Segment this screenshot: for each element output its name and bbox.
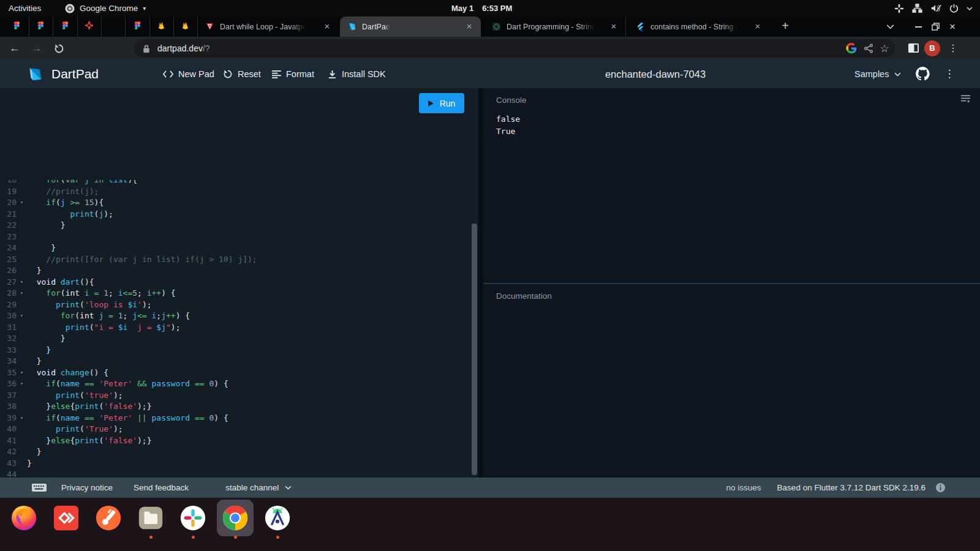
caret-down-icon[interactable] — [967, 7, 973, 10]
dock-app-postman[interactable] — [94, 503, 123, 538]
screen: Activities Google Chrome May 1 6:53 PM D… — [0, 0, 980, 551]
new-tab-button[interactable] — [777, 18, 794, 35]
greenapp-favicon-icon — [492, 22, 501, 31]
privacy-notice-link[interactable]: Privacy notice — [61, 483, 113, 492]
code-text: for(int i = 1; i<=5; i++) { — [27, 288, 176, 299]
tab-search-chevron-icon[interactable] — [882, 17, 898, 37]
pinned-tab-figma[interactable] — [53, 17, 78, 37]
code-line-18: 18 for(var j in list){ — [0, 180, 472, 186]
app-menu-button[interactable]: Google Chrome — [65, 0, 146, 17]
forward-button[interactable] — [29, 41, 44, 56]
tab-dartpad[interactable]: DartPad — [340, 17, 481, 37]
dartpad-title: DartPad — [51, 60, 99, 88]
window-close-button[interactable] — [944, 17, 960, 37]
install-sdk-button[interactable]: Install SDK — [328, 60, 386, 88]
devapp-icon — [52, 504, 80, 532]
chevron-down-icon — [894, 72, 901, 77]
code-line-28: 28▾ for(int i = 1; i<=5; i++) { — [0, 288, 472, 299]
tab-greenapp[interactable]: Dart Programming - String — [484, 17, 626, 37]
download-icon — [328, 70, 337, 79]
pinned-tab-firebase[interactable] — [173, 17, 198, 37]
code-line-34: 34 } — [0, 356, 472, 367]
code-text: } — [27, 242, 56, 254]
browser-menu-icon[interactable] — [946, 41, 960, 56]
audio-muted-icon[interactable] — [930, 4, 941, 13]
restore-button[interactable] — [927, 17, 943, 37]
minimize-button[interactable] — [910, 17, 926, 37]
reset-button[interactable]: Reset — [223, 60, 261, 88]
figma-icon — [61, 21, 70, 32]
code-text: } — [27, 458, 32, 470]
code-line-25: 25 //print([for (var j in list) if(j > 1… — [0, 254, 472, 266]
tab-close-icon[interactable] — [464, 21, 475, 32]
fold-arrow-icon: ▾ — [17, 277, 27, 288]
send-feedback-link[interactable]: Send feedback — [134, 483, 189, 492]
network-icon[interactable] — [912, 4, 922, 13]
back-button[interactable] — [7, 41, 22, 56]
fold-spacer — [17, 390, 27, 402]
line-number: 40 — [0, 424, 17, 435]
fold-spacer — [17, 209, 27, 220]
code-editor[interactable]: 18 for(var j in list){19 //print(j);20▾ … — [0, 88, 478, 478]
code-text: } — [27, 446, 41, 458]
app-menu-label: Google Chrome — [80, 4, 138, 13]
lock-icon[interactable] — [143, 44, 150, 53]
tab-javatpoint[interactable]: Dart while Loop - Javatpo — [198, 17, 339, 37]
line-number: 21 — [0, 209, 17, 220]
clock[interactable]: May 1 6:53 PM — [451, 0, 512, 17]
activities-button[interactable]: Activities — [9, 0, 41, 17]
channel-selector[interactable]: stable channel — [225, 483, 279, 492]
run-button[interactable]: Run — [419, 93, 464, 113]
line-number: 35 — [0, 367, 17, 379]
fold-spacer — [17, 242, 27, 254]
dock-app-firefox[interactable] — [10, 503, 38, 538]
code-line-22: 22 } — [0, 220, 472, 231]
dock-app-devapp[interactable] — [52, 503, 80, 538]
fold-spacer — [17, 424, 27, 435]
pinned-tab-figma[interactable] — [126, 17, 150, 37]
google-g-icon[interactable] — [845, 42, 858, 54]
figma-icon — [12, 21, 21, 32]
format-button[interactable]: Format — [272, 60, 314, 88]
github-link[interactable] — [915, 66, 930, 84]
code-line-36: 36▾ if(name == 'Peter' && password == 0)… — [0, 378, 472, 390]
channel-chevron-icon[interactable] — [285, 485, 292, 490]
dock-app-files[interactable] — [137, 503, 165, 538]
dock-app-chrome[interactable] — [221, 503, 249, 538]
tab-close-icon[interactable] — [752, 21, 763, 32]
tab-flutter[interactable]: contains method - String c — [628, 17, 769, 37]
info-icon[interactable] — [935, 482, 946, 493]
slack-tray-icon[interactable] — [894, 4, 904, 13]
bookmark-star-icon[interactable] — [878, 42, 891, 54]
pinned-tab-spark[interactable] — [77, 17, 102, 37]
profile-avatar[interactable]: B — [924, 40, 940, 56]
reload-button[interactable] — [51, 41, 66, 56]
pinned-tab-figma[interactable] — [5, 17, 29, 37]
code-text: }else{print('false');} — [27, 435, 152, 447]
tab-close-icon[interactable] — [322, 21, 333, 32]
new-pad-button[interactable]: New Pad — [163, 60, 214, 88]
dock-apps — [10, 503, 292, 538]
line-number: 43 — [0, 458, 17, 470]
share-icon[interactable] — [862, 42, 875, 54]
samples-dropdown[interactable]: Samples — [854, 60, 901, 88]
pinned-tab-figma[interactable] — [29, 17, 53, 37]
pinned-tab-firebase[interactable] — [149, 17, 174, 37]
fold-spacer — [17, 231, 27, 243]
code-line-23: 23 — [0, 231, 472, 243]
keyboard-shortcuts-icon[interactable] — [32, 484, 47, 492]
dock-app-android-studio[interactable] — [263, 503, 292, 538]
side-panel-button[interactable] — [908, 43, 919, 56]
panel-splitter[interactable] — [478, 88, 483, 478]
editor-scrollbar-thumb[interactable] — [472, 223, 477, 475]
tab-close-icon[interactable] — [608, 21, 619, 32]
dock-app-slack[interactable] — [179, 503, 207, 538]
play-icon — [428, 100, 434, 107]
code-text: if(name == 'Peter' || password == 0) { — [27, 413, 228, 424]
fold-spacer — [17, 333, 27, 345]
pinned-tab-blank[interactable] — [101, 17, 126, 37]
power-icon[interactable] — [949, 4, 959, 13]
clear-console-icon[interactable] — [961, 95, 970, 106]
address-bar[interactable]: dartpad.dev /? — [134, 39, 895, 58]
dartpad-menu-icon[interactable] — [942, 60, 957, 88]
